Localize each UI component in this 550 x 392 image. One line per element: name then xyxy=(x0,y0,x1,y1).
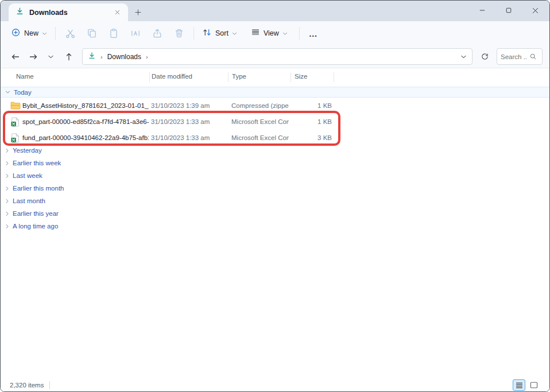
chevron-right-icon xyxy=(5,148,9,153)
group-label: A long time ago xyxy=(13,223,58,230)
chevron-right-icon xyxy=(5,161,9,166)
excel-file-icon xyxy=(10,117,20,129)
file-list: Name Date modified Type Size Today Bybit… xyxy=(1,68,549,378)
file-date-modified: 31/10/2023 1:33 am xyxy=(151,134,210,141)
file-row-fund-csv[interactable]: fund_part-00000-39410462-22a9-4b75-afb1-… xyxy=(1,130,549,146)
file-name: Bybit_AssetHistory_8781621_2023-01-01_20… xyxy=(22,102,149,109)
more-options-button[interactable]: … xyxy=(303,29,324,38)
status-divider xyxy=(49,381,50,389)
group-header-today[interactable]: Today xyxy=(1,87,549,98)
file-type: Microsoft Excel Com... xyxy=(231,134,289,141)
column-divider[interactable] xyxy=(149,72,150,82)
chevron-down-icon xyxy=(232,32,237,36)
up-icon[interactable] xyxy=(61,49,76,64)
chevron-down-icon xyxy=(42,32,47,36)
column-header-size[interactable]: Size xyxy=(295,73,307,80)
large-icons-view-icon[interactable] xyxy=(528,379,540,391)
group-header-earlier-this-year[interactable]: Earlier this year xyxy=(1,207,549,220)
paste-icon xyxy=(109,28,119,38)
new-plus-icon xyxy=(11,28,21,40)
copy-icon xyxy=(87,28,97,38)
address-bar[interactable]: › Downloads › xyxy=(82,48,472,65)
recent-chevron-icon[interactable] xyxy=(43,49,59,64)
toolbar-divider xyxy=(55,27,56,40)
new-tab-icon[interactable] xyxy=(130,5,145,19)
tab-strip: Downloads xyxy=(1,1,549,21)
address-dropdown-icon[interactable] xyxy=(460,55,467,59)
delete-button[interactable] xyxy=(168,25,190,42)
search-box[interactable] xyxy=(497,48,543,65)
view-toggle xyxy=(513,379,540,391)
refresh-icon[interactable] xyxy=(476,49,493,65)
sort-button-label: Sort xyxy=(215,29,228,37)
view-button[interactable]: View xyxy=(246,25,292,42)
file-row-zip[interactable]: Bybit_AssetHistory_8781621_2023-01-01_20… xyxy=(1,98,549,114)
breadcrumb-separator: › xyxy=(145,53,149,60)
more-icon: … xyxy=(309,29,318,38)
file-date-modified: 31/10/2023 1:39 am xyxy=(151,102,210,109)
group-label: Earlier this week xyxy=(13,160,61,166)
paste-button[interactable] xyxy=(103,25,125,42)
group-label: Yesterday xyxy=(13,147,42,154)
file-type: Microsoft Excel Com... xyxy=(231,118,289,125)
view-button-label: View xyxy=(264,29,279,37)
chevron-right-icon xyxy=(5,199,9,204)
group-header-earlier-this-month[interactable]: Earlier this month xyxy=(1,182,549,195)
search-input[interactable] xyxy=(501,53,527,60)
details-view-icon[interactable] xyxy=(513,379,525,391)
group-label: Last week xyxy=(13,172,42,179)
file-explorer-window: Downloads New xyxy=(0,0,550,392)
column-headers: Name Date modified Type Size xyxy=(1,68,549,86)
column-header-type[interactable]: Type xyxy=(232,73,246,80)
group-header-yesterday[interactable]: Yesterday xyxy=(1,144,549,157)
copy-button[interactable] xyxy=(81,25,103,42)
group-header-earlier-this-week[interactable]: Earlier this week xyxy=(1,157,549,169)
tab-downloads[interactable]: Downloads xyxy=(9,3,128,21)
forward-icon[interactable] xyxy=(25,49,41,64)
group-label: Last month xyxy=(13,197,45,204)
file-name: fund_part-00000-39410462-22a9-4b75-afb1-… xyxy=(22,134,149,141)
sort-direction-icon xyxy=(181,69,187,79)
column-header-name[interactable]: Name xyxy=(16,73,34,80)
file-date-modified: 31/10/2023 1:33 am xyxy=(151,118,210,125)
column-divider[interactable] xyxy=(291,72,291,82)
group-header-a-long-time-ago[interactable]: A long time ago xyxy=(1,220,549,232)
share-button[interactable] xyxy=(146,25,168,42)
column-divider[interactable] xyxy=(228,72,228,82)
cut-icon xyxy=(65,28,76,39)
tab-close-icon[interactable] xyxy=(111,6,123,19)
toolbar-divider xyxy=(299,27,300,40)
column-divider[interactable] xyxy=(334,72,334,82)
maximize-icon[interactable] xyxy=(495,1,522,20)
chevron-down-icon xyxy=(282,32,288,36)
new-button[interactable]: New xyxy=(6,25,52,42)
sort-button[interactable]: Sort xyxy=(197,25,242,42)
minimize-icon[interactable] xyxy=(469,1,495,20)
group-label-today: Today xyxy=(14,89,32,96)
chevron-right-icon xyxy=(5,173,9,178)
chevron-right-icon xyxy=(5,211,9,216)
file-name: spot_part-00000-ed85f2ca-f7fd-4781-a3e6-… xyxy=(22,118,149,125)
file-type: Compressed (zipped)... xyxy=(231,102,289,109)
breadcrumb-downloads[interactable]: Downloads xyxy=(107,53,141,61)
tab-title: Downloads xyxy=(29,9,106,17)
group-label: Earlier this year xyxy=(13,210,59,217)
sort-arrows-icon xyxy=(202,28,212,40)
close-icon[interactable] xyxy=(522,1,548,20)
cut-button[interactable] xyxy=(59,25,81,42)
file-row-spot-csv[interactable]: spot_part-00000-ed85f2ca-f7fd-4781-a3e6-… xyxy=(1,114,549,130)
download-icon xyxy=(88,52,96,62)
status-bar: 2,320 items xyxy=(1,378,549,392)
rename-icon xyxy=(130,28,141,38)
zip-folder-icon xyxy=(10,101,21,112)
group-header-last-month[interactable]: Last month xyxy=(1,195,549,207)
group-header-last-week[interactable]: Last week xyxy=(1,169,549,182)
command-bar: New Sort xyxy=(1,21,549,45)
chevron-right-icon xyxy=(5,186,9,191)
address-bar-row: › Downloads › xyxy=(1,45,549,68)
search-icon xyxy=(529,53,537,60)
file-size: 1 KB xyxy=(291,118,332,125)
back-icon[interactable] xyxy=(7,49,23,64)
rename-button[interactable] xyxy=(125,25,146,42)
delete-icon xyxy=(174,28,184,38)
